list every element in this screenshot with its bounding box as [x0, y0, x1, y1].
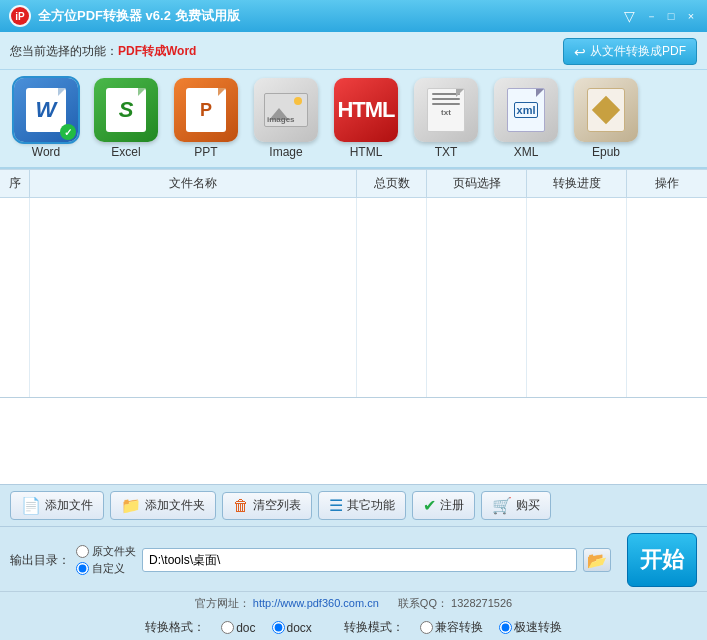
buy-button[interactable]: 🛒 购买: [481, 491, 551, 520]
cart-icon: 🛒: [492, 496, 512, 515]
col-progress-body: [527, 198, 627, 397]
xml-doc: xml: [507, 88, 545, 132]
check-icon: ✔: [423, 496, 436, 515]
folder-open-icon: 📂: [587, 551, 607, 570]
format-label-text: 转换格式：: [145, 619, 205, 636]
output-path-input[interactable]: D:\tools\桌面\: [142, 548, 577, 572]
txt-doc: txt: [427, 88, 465, 132]
epub-label: Epub: [592, 145, 620, 159]
col-page-select-body: [427, 198, 527, 397]
excel-inner: S: [106, 88, 146, 132]
txt-inner: txt: [427, 88, 465, 132]
col-seq: 序: [0, 170, 30, 197]
txt-line2: [432, 98, 460, 100]
add-file-button[interactable]: 📄 添加文件: [10, 491, 104, 520]
add-folder-icon: 📁: [121, 496, 141, 515]
html-icon-box: HTML: [334, 78, 398, 142]
col-action: 操作: [627, 170, 707, 197]
radio-fast[interactable]: [499, 621, 512, 634]
col-page-select: 页码选择: [427, 170, 527, 197]
txt-line1: [432, 93, 460, 95]
xml-inner: xml: [507, 88, 545, 132]
register-button[interactable]: ✔ 注册: [412, 491, 475, 520]
radio-compat-label[interactable]: 兼容转换: [420, 619, 483, 636]
col-seq-body: [0, 198, 30, 397]
radio-custom-label[interactable]: 自定义: [76, 561, 136, 576]
col-pages: 总页数: [357, 170, 427, 197]
svg-text:iP: iP: [15, 11, 25, 22]
qq-label: 联系QQ：: [398, 597, 448, 609]
radio-custom[interactable]: [76, 562, 89, 575]
ppt-label: PPT: [194, 145, 217, 159]
epub-inner: [587, 88, 625, 132]
format-image[interactable]: images Image: [250, 78, 322, 159]
radio-original[interactable]: [76, 545, 89, 558]
radio-original-label[interactable]: 原文件夹: [76, 544, 136, 559]
epub-diamond: [592, 96, 620, 124]
file-table: 序 文件名称 总页数 页码选择 转换进度 操作: [0, 169, 707, 484]
table-header: 序 文件名称 总页数 页码选择 转换进度 操作: [0, 169, 707, 198]
format-epub[interactable]: Epub: [570, 78, 642, 159]
xml-icon-box: xml: [494, 78, 558, 142]
start-button[interactable]: 开始: [627, 533, 697, 587]
app-title: 全方位PDF转换器 v6.2 免费试用版: [38, 7, 624, 25]
col-action-body: [627, 198, 707, 397]
output-dir-label: 输出目录：: [10, 552, 70, 569]
minimize-button[interactable]: －: [643, 8, 659, 24]
trash-icon: 🗑: [233, 497, 249, 515]
excel-label: Excel: [111, 145, 140, 159]
ppt-icon-box: P: [174, 78, 238, 142]
image-placeholder: images: [264, 93, 308, 127]
output-line1: 输出目录： 原文件夹 自定义 D:\tools\桌面\ 📂: [10, 544, 611, 576]
add-file-icon: 📄: [21, 496, 41, 515]
other-func-button[interactable]: ☰ 其它功能: [318, 491, 406, 520]
epub-icon-box: [574, 78, 638, 142]
xml-label: XML: [514, 145, 539, 159]
format-ppt[interactable]: P PPT: [170, 78, 242, 159]
txt-line3: [432, 103, 460, 105]
website-row: 官方网址： http://www.pdf360.com.cn 联系QQ： 132…: [0, 591, 707, 615]
radio-doc[interactable]: [221, 621, 234, 634]
toolbar-area: 您当前选择的功能：PDF转成Word ↩ 从文件转换成PDF: [0, 32, 707, 70]
word-checkmark: ✓: [60, 124, 76, 140]
maximize-button[interactable]: □: [663, 8, 679, 24]
arrow-left-icon: ↩: [574, 44, 586, 60]
filter-icon: ▽: [624, 8, 635, 24]
convert-from-pdf-button[interactable]: ↩ 从文件转换成PDF: [563, 38, 697, 65]
col-pages-body: [357, 198, 427, 397]
format-convert-row: 转换格式： doc docx 转换模式： 兼容转换 极速转换: [0, 615, 707, 640]
close-button[interactable]: ×: [683, 8, 699, 24]
table-body: [0, 198, 707, 398]
titlebar: iP 全方位PDF转换器 v6.2 免费试用版 ▽ － □ ×: [0, 0, 707, 32]
format-word[interactable]: W ✓ Word: [10, 78, 82, 159]
radio-compat[interactable]: [420, 621, 433, 634]
word-doc-icon: W: [26, 88, 66, 132]
radio-group: 原文件夹 自定义: [76, 544, 136, 576]
html-inner: HTML: [337, 97, 394, 123]
image-label: Image: [269, 145, 302, 159]
output-start-row: 输出目录： 原文件夹 自定义 D:\tools\桌面\ 📂: [0, 527, 707, 591]
mode-label-text: 转换模式：: [344, 619, 404, 636]
format-excel[interactable]: S Excel: [90, 78, 162, 159]
radio-fast-label[interactable]: 极速转换: [499, 619, 562, 636]
format-html[interactable]: HTML HTML: [330, 78, 402, 159]
col-progress: 转换进度: [527, 170, 627, 197]
sun-shape: [294, 97, 302, 105]
qq-number: 1328271526: [451, 597, 512, 609]
website-url[interactable]: http://www.pdf360.com.cn: [253, 597, 379, 609]
excel-icon-box: S: [94, 78, 158, 142]
radio-doc-label[interactable]: doc: [221, 621, 255, 635]
txt-label: TXT: [435, 145, 458, 159]
format-row: W ✓ Word S Excel: [0, 70, 707, 169]
radio-docx-label[interactable]: docx: [272, 621, 312, 635]
image-icon-box: images: [254, 78, 318, 142]
window-controls: ▽ － □ ×: [624, 8, 699, 24]
format-txt[interactable]: txt TXT: [410, 78, 482, 159]
add-folder-button[interactable]: 📁 添加文件夹: [110, 491, 216, 520]
ppt-inner: P: [186, 88, 226, 132]
clear-list-button[interactable]: 🗑 清空列表: [222, 492, 312, 520]
format-xml[interactable]: xml XML: [490, 78, 562, 159]
browse-folder-button[interactable]: 📂: [583, 548, 611, 572]
main-content: 您当前选择的功能：PDF转成Word ↩ 从文件转换成PDF W ✓ Word: [0, 32, 707, 640]
radio-docx[interactable]: [272, 621, 285, 634]
